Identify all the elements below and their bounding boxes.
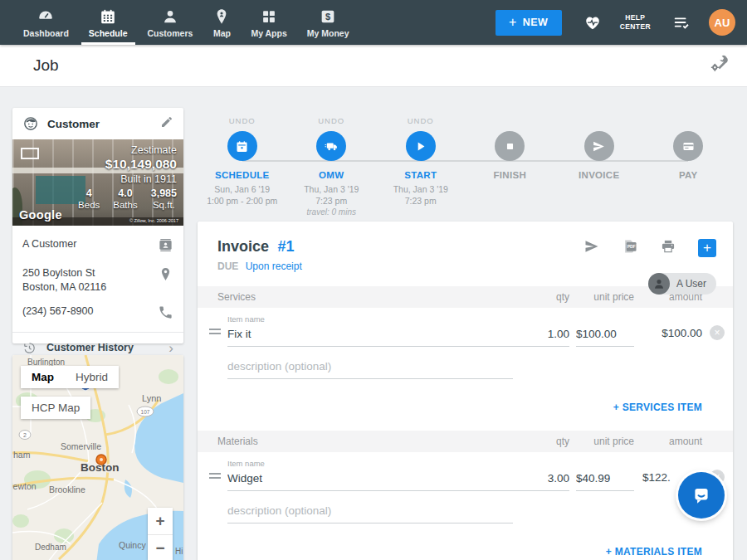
service-description-row [198, 347, 733, 379]
invoice-number: #1 [277, 238, 294, 255]
material-item-name-input[interactable] [227, 472, 513, 491]
assignee-avatar-icon [648, 273, 670, 295]
travel-time: travel: 0 mins [307, 207, 356, 217]
page-title: Job [33, 56, 59, 75]
zestimate-overlay: Zestimate $10,149,080 Built in 1911 4Bed… [78, 144, 177, 210]
nav-tab-label: Map [213, 28, 231, 38]
app-root: Dashboard Schedule Customers Map [0, 0, 747, 560]
invoice-step-button[interactable] [584, 131, 614, 161]
step-datetime: Thu, Jan 3 '197:23 pm [393, 183, 448, 207]
step-label: INVOICE [579, 170, 619, 180]
nav-tab-map[interactable]: Map [203, 0, 241, 45]
chat-launcher-button[interactable] [678, 472, 725, 519]
material-description-input[interactable] [227, 504, 513, 523]
money-dollar-icon: $ [319, 7, 337, 26]
material-qty-input[interactable] [513, 472, 569, 491]
nav-tab-customers[interactable]: Customers [138, 0, 203, 45]
edit-pencil-icon[interactable] [160, 115, 173, 132]
map-label-somerville: Somerville [61, 441, 101, 451]
assignee-name: A User [676, 278, 706, 290]
map-type-map-button[interactable]: Map [21, 366, 65, 388]
undo-start-link[interactable]: UNDO [408, 116, 434, 128]
nav-tab-label: My Apps [251, 28, 286, 38]
invoice-header: Invoice #1 DUE Upon receipt PDF + [198, 222, 733, 272]
service-item-name-input[interactable] [227, 328, 513, 347]
delete-item-icon[interactable]: × [710, 325, 725, 340]
nav-tab-label: Schedule [89, 28, 128, 38]
service-description-input[interactable] [227, 360, 513, 379]
map-label-quincy: Quincy [119, 540, 146, 550]
photo-frame-icon [21, 148, 39, 159]
step-label: SCHEDULE [215, 170, 270, 180]
nav-tab-dashboard[interactable]: Dashboard [13, 0, 79, 45]
pay-step-button[interactable] [673, 131, 703, 161]
material-unit-price-input[interactable] [576, 472, 634, 491]
checklist-icon[interactable] [672, 13, 691, 32]
map-type-hybrid-button[interactable]: Hybrid [65, 366, 119, 388]
service-qty-input[interactable] [513, 328, 569, 347]
nav-tab-label: My Money [307, 28, 349, 38]
map-type-toggle: Map Hybrid [21, 366, 119, 388]
nav-tab-my-money[interactable]: $ My Money [297, 0, 359, 45]
section-title: Services [217, 291, 513, 303]
add-materials-item-link[interactable]: + MATERIALS ITEM [606, 546, 702, 558]
zoom-out-button[interactable]: − [148, 534, 173, 560]
baths-value: 4.0 [113, 187, 137, 199]
new-button[interactable]: + NEW [496, 10, 562, 36]
send-icon [592, 139, 606, 153]
plus-icon: + [509, 15, 517, 30]
sqft-value: 3,985 [151, 187, 177, 199]
customer-name: A Customer [22, 237, 76, 251]
timeline-step-schedule: UNDO SCHEDULE Sun, Jan 6 '191:00 pm - 2:… [198, 116, 287, 217]
customer-face-icon [22, 115, 39, 132]
start-step-button[interactable] [406, 131, 436, 161]
help-center-button[interactable]: HELP CENTER [620, 13, 651, 32]
unit-price-column-header: unit price [576, 291, 634, 303]
phone-icon[interactable] [158, 304, 173, 324]
drag-handle-icon[interactable] [209, 326, 221, 337]
print-icon[interactable] [660, 238, 676, 258]
contact-card-icon[interactable] [158, 237, 173, 256]
customer-phone-row: (234) 567-8900 [22, 299, 173, 329]
map-widget[interactable]: 93 2 107 Burlington Lynn Somerville ham … [12, 355, 183, 560]
nav-right-cluster: + NEW HELP CENTER AU [496, 0, 747, 45]
assignee-pill[interactable]: A User [648, 273, 716, 295]
material-description-row [198, 491, 733, 523]
finish-step-button[interactable] [495, 131, 525, 161]
customer-card: Customer Zestimate $10,149,080 Built in … [12, 108, 183, 343]
zoom-in-button[interactable]: + [148, 508, 173, 534]
customer-card-header: Customer [12, 108, 183, 139]
omw-step-button[interactable] [316, 131, 346, 161]
add-services-item-link[interactable]: + SERVICES ITEM [613, 402, 702, 413]
nav-tabs: Dashboard Schedule Customers Map [0, 0, 359, 45]
customer-phone: (234) 567-8900 [22, 304, 93, 319]
map-label-lynn: Lynn [142, 393, 161, 403]
job-settings-tools-icon[interactable] [709, 54, 729, 77]
due-terms-link[interactable]: Upon receipt [246, 261, 302, 272]
user-avatar[interactable]: AU [709, 9, 735, 36]
hcp-map-button[interactable]: HCP Map [21, 397, 90, 419]
customer-address: 250 Boylston StBoston, MA 02116 [22, 266, 106, 295]
send-invoice-icon[interactable] [583, 238, 600, 258]
pdf-icon[interactable]: PDF [622, 238, 638, 258]
built-year: Built in 1911 [78, 173, 177, 185]
sqft-label: Sq.ft. [151, 200, 177, 210]
step-datetime: Thu, Jan 3 '197:23 pm [304, 183, 359, 207]
add-invoice-button[interactable]: + [698, 239, 716, 257]
undo-schedule-link[interactable]: UNDO [229, 116, 256, 128]
nav-tab-label: Customers [148, 28, 193, 38]
route2-shield-label: 2 [23, 432, 27, 438]
schedule-step-button[interactable] [227, 131, 257, 161]
undo-omw-link[interactable]: UNDO [318, 116, 344, 128]
location-pin-icon[interactable] [158, 266, 173, 285]
health-heart-icon[interactable] [583, 13, 602, 32]
nav-tab-my-apps[interactable]: My Apps [241, 0, 296, 45]
section-title: Materials [217, 436, 513, 447]
nav-tab-schedule[interactable]: Schedule [79, 0, 138, 45]
customer-name-row: A Customer [22, 232, 173, 261]
service-unit-price-input[interactable] [576, 328, 634, 347]
drag-handle-icon[interactable] [209, 470, 221, 481]
job-timeline: UNDO SCHEDULE Sun, Jan 6 '191:00 pm - 2:… [198, 116, 733, 216]
customer-history-label: Customer History [46, 342, 134, 353]
map-label-brookline: Brookline [49, 485, 85, 494]
